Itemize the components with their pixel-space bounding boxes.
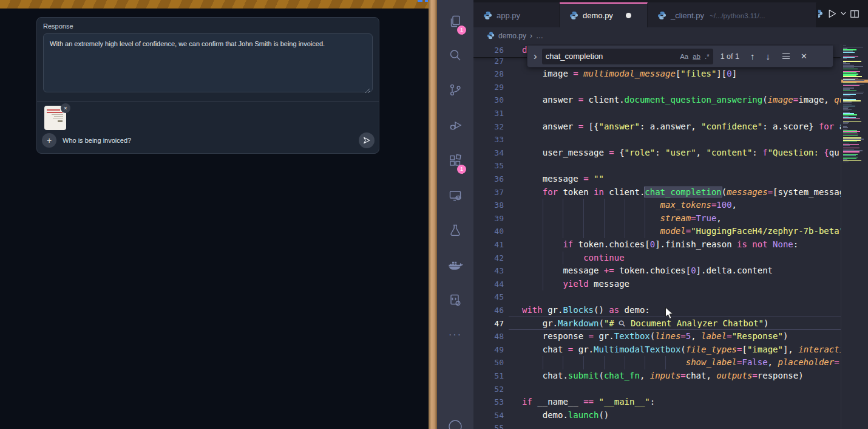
code-line[interactable]: 28 image = multimodal_message["files"][0… bbox=[473, 67, 841, 81]
code-line[interactable]: 53if __name__ == "__main__": bbox=[473, 396, 841, 409]
minimap[interactable] bbox=[841, 44, 868, 429]
editor-actions bbox=[818, 0, 868, 27]
line-number: 31 bbox=[473, 107, 504, 120]
find-input[interactable] bbox=[546, 52, 676, 61]
code-line[interactable]: 45 bbox=[473, 290, 841, 304]
explorer-badge: 1 bbox=[457, 26, 466, 35]
line-number: 26 bbox=[473, 44, 504, 57]
response-textarea[interactable] bbox=[43, 33, 373, 92]
more-ellipsis-icon[interactable]: ··· bbox=[437, 321, 473, 348]
whole-word-toggle[interactable]: ab bbox=[693, 53, 700, 60]
pane-divider[interactable] bbox=[429, 0, 437, 429]
remote-explorer-icon[interactable] bbox=[437, 182, 473, 209]
code-line[interactable]: 43 message += token.choices[0].delta.con… bbox=[473, 264, 841, 278]
code-line[interactable]: 42 continue bbox=[473, 252, 841, 265]
code-line[interactable]: 40 model="HuggingFaceH4/zephyr-7b-beta" bbox=[473, 225, 841, 238]
code-line[interactable]: 48 response = gr.Textbox(lines=5, label=… bbox=[473, 330, 841, 343]
browser-top-bar bbox=[0, 0, 429, 9]
run-icon[interactable] bbox=[827, 9, 837, 19]
code-line[interactable]: 32 answer = [{"answer": a.answer, "confi… bbox=[473, 120, 841, 134]
code-line[interactable]: 41 if token.choices[0].finish_reason is … bbox=[473, 238, 841, 252]
chat-message-text[interactable]: Who is being invoiced? bbox=[63, 137, 131, 144]
modified-dot-icon[interactable] bbox=[626, 13, 631, 18]
code-line[interactable]: 50 show_label=False, placeholder= bbox=[473, 356, 841, 369]
code-line[interactable]: 52 bbox=[473, 383, 841, 396]
line-number: 30 bbox=[473, 94, 504, 107]
gradio-app-pane: Response × + Who is being invoiced? bbox=[0, 0, 429, 429]
send-button[interactable] bbox=[359, 132, 375, 148]
remove-attachment-button[interactable]: × bbox=[61, 103, 70, 113]
tab-app-py[interactable]: app.py bbox=[473, 2, 560, 27]
line-number: 42 bbox=[473, 252, 504, 265]
code-line[interactable]: 46with gr.Blocks() as demo: bbox=[473, 304, 841, 317]
add-file-button[interactable]: + bbox=[42, 133, 56, 148]
response-card: Response × + Who is being invoiced? bbox=[36, 17, 379, 154]
line-number: 51 bbox=[473, 369, 504, 383]
find-expand-chevron-icon[interactable]: › bbox=[534, 49, 537, 64]
source-control-icon[interactable] bbox=[437, 77, 473, 103]
resize-grip-icon[interactable] bbox=[365, 88, 370, 94]
code-line[interactable]: 38 max_tokens=100, bbox=[473, 199, 841, 212]
send-icon bbox=[362, 136, 371, 145]
account-icon[interactable] bbox=[437, 413, 473, 429]
line-number: 36 bbox=[473, 173, 504, 186]
line-number: 50 bbox=[473, 356, 504, 369]
find-previous-icon[interactable]: ↑ bbox=[750, 51, 755, 61]
code-line[interactable]: 54 demo.launch() bbox=[473, 409, 841, 422]
card-divider bbox=[37, 101, 379, 102]
extensions-icon[interactable]: 1 bbox=[437, 147, 473, 174]
tab-client-py[interactable]: _client.py ~/.../python3.11/... bbox=[648, 2, 816, 27]
line-number: 39 bbox=[473, 212, 504, 225]
explorer-files-icon[interactable]: 1 bbox=[437, 8, 473, 35]
code-line[interactable]: 49 chat = gr.MultimodalTextbox(file_type… bbox=[473, 343, 841, 357]
code-line[interactable]: 36 message = "" bbox=[473, 173, 841, 186]
search-icon[interactable] bbox=[437, 42, 473, 69]
run-debug-icon[interactable] bbox=[437, 112, 473, 139]
test-beaker-icon[interactable] bbox=[437, 217, 473, 244]
code-settings-icon[interactable] bbox=[437, 287, 473, 314]
code-line[interactable]: 33 bbox=[473, 133, 841, 146]
find-close-icon[interactable]: ✕ bbox=[801, 52, 807, 61]
screen: Response × + Who is being invoiced? bbox=[0, 0, 868, 429]
tab-label: _client.py bbox=[671, 11, 704, 20]
line-number: 44 bbox=[473, 278, 504, 291]
line-number: 47 bbox=[473, 317, 504, 331]
code-editor[interactable]: 2728 image = multimodal_message["files"]… bbox=[473, 44, 841, 429]
code-line[interactable]: 35 bbox=[473, 159, 841, 173]
breadcrumb[interactable]: demo.py › … bbox=[473, 27, 868, 44]
regex-toggle[interactable]: .* bbox=[705, 53, 710, 60]
code-line[interactable]: 30 answer = client.document_question_ans… bbox=[473, 94, 841, 107]
split-editor-icon[interactable] bbox=[850, 9, 860, 19]
line-number: 46 bbox=[473, 304, 504, 317]
match-case-toggle[interactable]: Aa bbox=[680, 53, 688, 60]
code-line[interactable]: 47 gr.Markdown("# ⚲ Document Analyzer Ch… bbox=[473, 317, 841, 331]
line-number: 40 bbox=[473, 225, 504, 238]
code-line[interactable]: 55 bbox=[473, 422, 841, 429]
find-in-selection-icon[interactable] bbox=[782, 56, 790, 57]
extensions-badge: 1 bbox=[457, 165, 466, 174]
find-next-icon[interactable]: ↓ bbox=[765, 51, 770, 61]
line-number: 53 bbox=[473, 396, 504, 409]
python-icon bbox=[569, 11, 578, 20]
breadcrumb-file[interactable]: demo.py bbox=[498, 32, 526, 40]
line-number: 48 bbox=[473, 330, 504, 343]
code-line[interactable]: 29 bbox=[473, 81, 841, 94]
code-line[interactable]: 44 yield message bbox=[473, 278, 841, 291]
find-widget: › Aa ab .* 1 of 1 ↑ ↓ ✕ bbox=[527, 46, 833, 67]
code-line[interactable]: 31 bbox=[473, 107, 841, 120]
tab-demo-py[interactable]: demo.py bbox=[560, 2, 648, 27]
code-line[interactable]: 51 chat.submit(chat_fn, inputs=chat, out… bbox=[473, 369, 841, 383]
code-line[interactable]: 37 for token in client.chat_completion(m… bbox=[473, 186, 841, 199]
tab-label: demo.py bbox=[583, 11, 613, 20]
line-number: 43 bbox=[473, 264, 504, 278]
line-number: 37 bbox=[473, 186, 504, 199]
code-line[interactable]: 39 stream=True, bbox=[473, 212, 841, 225]
activity-bar: 1 1 bbox=[437, 0, 473, 429]
breadcrumb-ellipsis[interactable]: … bbox=[536, 32, 543, 40]
line-number: 28 bbox=[473, 67, 504, 81]
python-icon bbox=[657, 11, 666, 20]
code-line[interactable]: 34 user_message = {"role": "user", "cont… bbox=[473, 146, 841, 160]
chevron-down-icon[interactable] bbox=[841, 12, 846, 16]
docker-icon[interactable] bbox=[437, 252, 473, 279]
line-number: 38 bbox=[473, 199, 504, 212]
